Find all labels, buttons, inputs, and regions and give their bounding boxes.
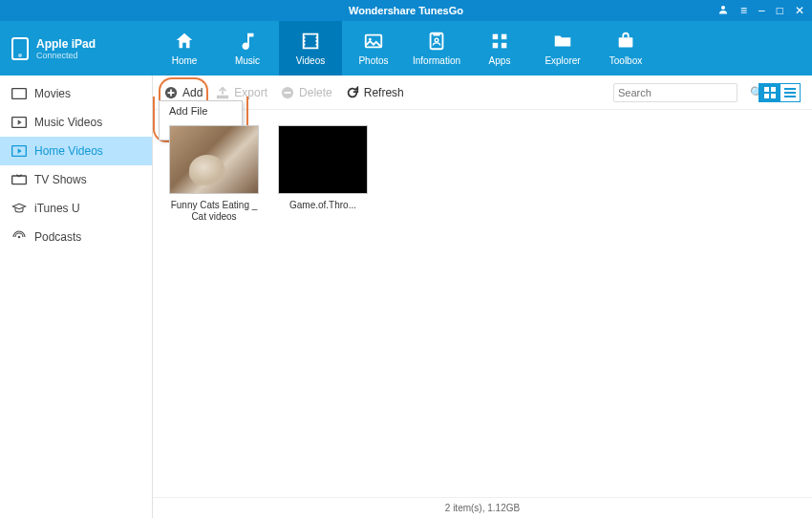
toolbar: Add Export Delete Refresh 🔍 <box>153 76 812 110</box>
svg-rect-18 <box>285 92 291 94</box>
svg-rect-4 <box>433 33 439 36</box>
delete-button[interactable]: Delete <box>281 86 332 99</box>
search-input[interactable] <box>618 87 750 98</box>
refresh-button[interactable]: Refresh <box>346 86 404 99</box>
svg-rect-6 <box>493 34 499 40</box>
nav-tabs: Home Music Videos Photos Information App… <box>153 21 657 76</box>
sidebar-item-home-videos[interactable]: Home Videos <box>0 137 152 165</box>
tab-videos[interactable]: Videos <box>279 21 342 76</box>
refresh-icon <box>346 86 359 99</box>
window-controls: ≡ – □ ✕ <box>717 0 804 21</box>
video-thumbnail <box>278 125 368 194</box>
svg-rect-19 <box>764 87 769 92</box>
device-panel[interactable]: Apple iPad Connected <box>0 21 153 76</box>
app-title: Wondershare TunesGo <box>349 5 463 16</box>
user-icon[interactable] <box>717 4 729 17</box>
sidebar-item-tv-shows[interactable]: TV Shows <box>0 165 152 194</box>
svg-rect-10 <box>619 37 633 47</box>
tablet-icon <box>11 37 29 60</box>
add-button[interactable]: Add <box>164 86 203 99</box>
export-button[interactable]: Export <box>216 86 267 99</box>
plus-icon <box>164 86 178 99</box>
device-status: Connected <box>36 51 96 60</box>
device-name: Apple iPad <box>36 37 96 51</box>
maximize-button[interactable]: □ <box>777 5 783 16</box>
svg-point-15 <box>18 236 21 239</box>
status-bar: 2 item(s), 1.12GB <box>153 497 812 518</box>
body: Movies Music Videos Home Videos TV Shows… <box>0 76 812 518</box>
tab-music[interactable]: Music <box>216 21 279 76</box>
header-bar: Apple iPad Connected Home Music Videos P… <box>0 21 812 76</box>
video-grid: Funny Cats Eating _ Cat videos Compilati… <box>153 110 812 497</box>
svg-rect-8 <box>493 43 499 49</box>
svg-rect-22 <box>771 94 776 98</box>
search-box[interactable]: 🔍 <box>613 83 737 102</box>
svg-rect-20 <box>771 87 776 92</box>
tab-explorer[interactable]: Explorer <box>531 21 594 76</box>
video-caption: Game.of.Thro... <box>289 200 356 211</box>
tab-toolbox[interactable]: Toolbox <box>594 21 657 76</box>
svg-point-5 <box>435 38 438 42</box>
sidebar: Movies Music Videos Home Videos TV Shows… <box>0 76 153 518</box>
sidebar-item-music-videos[interactable]: Music Videos <box>0 108 152 137</box>
svg-rect-11 <box>12 89 27 99</box>
tab-apps[interactable]: Apps <box>468 21 531 76</box>
list-view-button[interactable] <box>780 83 801 102</box>
video-item[interactable]: Game.of.Thro... <box>277 125 369 211</box>
video-thumbnail <box>169 125 259 194</box>
minimize-button[interactable]: – <box>759 5 765 16</box>
svg-rect-21 <box>764 94 769 98</box>
minus-icon <box>281 86 294 99</box>
sidebar-item-itunes-u[interactable]: iTunes U <box>0 194 152 223</box>
tab-photos[interactable]: Photos <box>342 21 405 76</box>
status-text: 2 item(s), 1.12GB <box>445 503 520 513</box>
tab-home[interactable]: Home <box>153 21 216 76</box>
grid-view-button[interactable] <box>759 83 780 102</box>
close-button[interactable]: ✕ <box>795 5 804 16</box>
view-toggle <box>759 83 801 102</box>
video-caption: Funny Cats Eating _ Cat videos Compilati… <box>168 200 260 223</box>
video-item[interactable]: Funny Cats Eating _ Cat videos Compilati… <box>168 125 260 223</box>
main-panel: Add Export Delete Refresh 🔍 <box>153 76 812 518</box>
menu-icon[interactable]: ≡ <box>740 5 747 16</box>
svg-point-0 <box>721 6 725 10</box>
export-icon <box>216 86 229 99</box>
sidebar-item-podcasts[interactable]: Podcasts <box>0 223 152 251</box>
svg-rect-9 <box>502 43 507 49</box>
tab-information[interactable]: Information <box>405 21 468 76</box>
title-bar: Wondershare TunesGo ≡ – □ ✕ <box>0 0 812 21</box>
sidebar-item-movies[interactable]: Movies <box>0 79 152 108</box>
svg-rect-7 <box>502 34 507 40</box>
